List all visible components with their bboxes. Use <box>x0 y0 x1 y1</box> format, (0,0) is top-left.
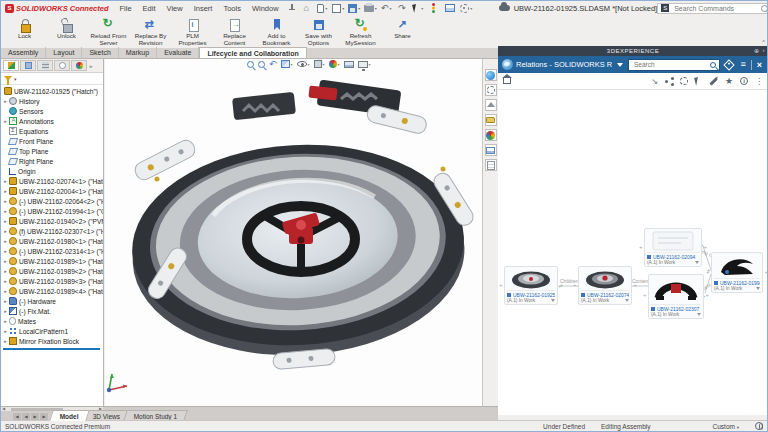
expand-arrow-icon[interactable]: ▸ <box>2 318 9 324</box>
expand-arrow-icon[interactable]: ▸ <box>2 198 9 204</box>
panels-icon[interactable] <box>444 2 457 14</box>
select-cursor-icon[interactable] <box>694 76 703 86</box>
command-search-input[interactable] <box>672 4 758 13</box>
scroll-left-icon[interactable]: ◀ <box>2 406 5 411</box>
expand-arrow-icon[interactable]: ▸ <box>2 178 9 184</box>
doc-tab[interactable]: Model <box>49 410 89 421</box>
search-icon[interactable] <box>710 62 716 68</box>
zoom-area-icon[interactable] <box>258 61 265 68</box>
tree-row[interactable]: ▸ UBW-21162-02074<1> ("Hatch Lid") <box>2 176 103 186</box>
home-icon[interactable]: ⌂ <box>300 2 313 14</box>
custom-properties-icon[interactable] <box>485 159 497 171</box>
command-button[interactable]: Refresh MySession <box>340 17 381 47</box>
ribbon-tab[interactable]: Layout <box>46 47 82 58</box>
section-view-icon[interactable]: ▾ <box>281 60 293 68</box>
info-icon[interactable]: i <box>740 77 748 85</box>
ribbon-tab[interactable]: Lifecycle and Collaboration <box>199 47 306 58</box>
menu-item[interactable]: File <box>115 3 137 14</box>
tab-display-manager[interactable] <box>71 60 87 71</box>
ribbon-tab[interactable]: Assembly <box>1 47 46 58</box>
rollback-bar[interactable] <box>3 348 100 350</box>
command-button[interactable]: Unlock <box>46 17 87 40</box>
print-icon[interactable]: ▾ <box>364 2 377 14</box>
status-lights-icon[interactable] <box>428 2 441 14</box>
filter-icon[interactable] <box>4 76 12 81</box>
new-document-icon[interactable]: ▾ <box>316 2 329 14</box>
collapse-chevron-icon[interactable]: ^ <box>762 39 765 45</box>
ribbon-tab[interactable]: Markup <box>119 47 157 58</box>
tree-row[interactable]: ▸ UBW-21162-01989<4> ("Hatch Zinc <box>2 286 103 296</box>
menu-item[interactable]: Edit <box>138 3 161 14</box>
appearances-icon[interactable] <box>485 129 497 141</box>
select-icon[interactable]: ▾ <box>412 2 425 14</box>
tree-row[interactable]: Top Plane <box>2 146 103 156</box>
hamburger-menu-icon[interactable]: ≡ <box>740 60 745 69</box>
command-button[interactable]: Share <box>382 17 423 40</box>
tree-row[interactable]: UBW-21162-01925 ("Hatch") <box>2 86 103 96</box>
favorite-star-icon[interactable]: ★ <box>725 77 733 86</box>
settings-gear-icon[interactable] <box>680 77 688 85</box>
share-icon[interactable] <box>665 77 673 85</box>
relation-node[interactable]: UBW-21162-02307 (A.1) In Work ++ <box>648 274 704 319</box>
view-orientation-icon[interactable]: ▾ <box>358 61 371 68</box>
menu-item[interactable]: View <box>162 3 188 14</box>
command-search[interactable]: S ▾ <box>657 3 768 14</box>
expand-arrow-icon[interactable]: ▸ <box>2 118 9 124</box>
panel-search-input[interactable] <box>632 60 708 69</box>
expand-arrow-icon[interactable]: ▸ <box>2 218 9 224</box>
hide-show-icon[interactable]: ▾ <box>297 61 310 67</box>
command-button[interactable]: Replace Content <box>214 17 255 47</box>
zoom-fit-icon[interactable] <box>247 61 254 68</box>
command-button[interactable]: PLM Properties <box>172 17 213 47</box>
panel-search[interactable] <box>628 59 720 71</box>
tab-scroll-prev-icon[interactable]: ◀ <box>22 413 30 420</box>
tree-row[interactable]: ▸ Annotations <box>2 116 103 126</box>
tree-row[interactable]: Origin <box>2 166 103 176</box>
command-button[interactable]: Lock <box>4 17 45 40</box>
menu-item[interactable]: Insert <box>189 3 218 14</box>
tree-row[interactable]: ▸ UBW-21162-01940<2> ("PVMO Top <box>2 216 103 226</box>
tab-property-manager[interactable] <box>20 60 36 71</box>
undo-icon[interactable]: ↶▾ <box>380 2 393 14</box>
tree-row[interactable]: ▸ UBW-21162-02004<1> ("Hatch Sprin <box>2 186 103 196</box>
chevron-down-icon[interactable] <box>551 299 555 302</box>
relation-node[interactable]: UBW-21162-01994 (A.1) In Work ++ <box>711 252 763 293</box>
tree-row[interactable]: Sensors <box>2 106 103 116</box>
expand-arrow-icon[interactable]: ▸ <box>2 278 9 284</box>
tab-dimxpert[interactable] <box>54 60 70 71</box>
tree-row[interactable]: ▸ UBW-21162-01989<2> ("Hatch Zinc <box>2 266 103 276</box>
previous-view-icon[interactable]: ↶ <box>269 60 277 68</box>
tree-row[interactable]: Equations <box>2 126 103 136</box>
home-icon[interactable] <box>485 99 497 111</box>
save-icon[interactable]: ▾ <box>348 2 361 14</box>
tree-row[interactable]: ▸ LocalCirPattern1 <box>2 326 103 336</box>
tree-row[interactable]: ▸ UBW-21162-01989<3> ("Hatch Zinc <box>2 276 103 286</box>
tree-row[interactable]: ▸ (-) UBW-21162-02064<2> ("Hatch Li <box>2 196 103 206</box>
tab-feature-tree[interactable] <box>3 60 19 71</box>
relation-node[interactable]: UBW-21162-02094 (A.1) In Work ++ <box>644 228 702 267</box>
more-options-icon[interactable]: ⋮ <box>755 77 763 86</box>
expand-arrow-icon[interactable]: ▸ <box>2 298 9 304</box>
expand-arrow-icon[interactable]: ▸ <box>2 228 9 234</box>
menu-item[interactable]: Window <box>247 3 284 14</box>
chevron-down-icon[interactable] <box>695 261 699 264</box>
expand-arrow-icon[interactable]: ▸ <box>2 98 9 104</box>
expand-arrow-icon[interactable]: ▸ <box>2 238 9 244</box>
tree-row[interactable]: ▸ UBW-21162-01980<1> ("Hatch Ring <box>2 236 103 246</box>
search-icon[interactable] <box>761 5 768 12</box>
expand-arrow-icon[interactable]: ↘ <box>651 77 658 86</box>
relation-node[interactable]: UBW-21162-01925 (A.1) In Work ++ <box>504 266 558 305</box>
compass-icon[interactable] <box>502 59 513 70</box>
tree-row[interactable]: ▸ Mates <box>2 316 103 326</box>
expand-arrow-icon[interactable]: ▸ <box>2 268 9 274</box>
tree-row[interactable]: ▸ (-) UBW-21162-01994<1> ("Grabbin <box>2 206 103 216</box>
tree-tabs-overflow-icon[interactable]: » <box>89 63 92 69</box>
ribbon-tab[interactable]: Evaluate <box>157 47 199 58</box>
redo-icon[interactable]: ↷ <box>396 2 409 14</box>
threedexperience-globe-icon[interactable] <box>485 69 497 81</box>
tree-row[interactable]: ▸ (-) Hardware <box>2 296 103 306</box>
settings-gear-icon[interactable] <box>485 84 497 96</box>
expand-arrow-icon[interactable]: ▸ <box>2 258 9 264</box>
tab-scroll-first-icon[interactable]: ◀ <box>13 413 21 420</box>
expand-arrow-icon[interactable]: ▸ <box>2 208 9 214</box>
